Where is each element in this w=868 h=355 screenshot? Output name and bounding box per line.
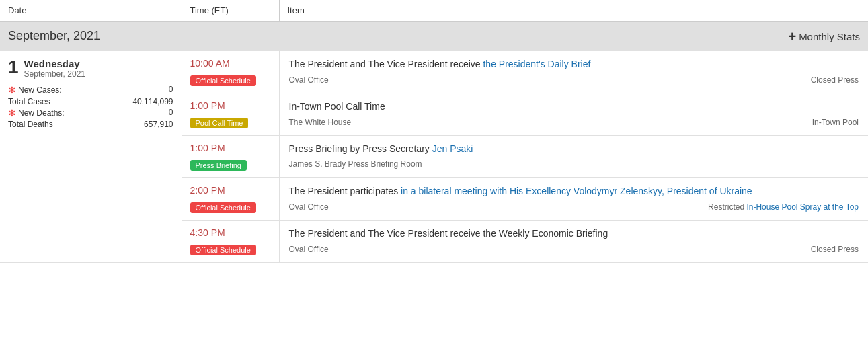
item-cell-1: The President and The Vice President rec… (279, 51, 868, 93)
item-footer-1: Oval Office Closed Press (289, 73, 859, 85)
date-weekday: Wednesday (24, 58, 85, 69)
item-access-2[interactable]: In-Town Pool (812, 118, 859, 127)
time-cell-5: 4:30 PM Official Schedule (182, 221, 279, 263)
stat-label-text: New Deaths: (18, 108, 65, 118)
header-date: Date (0, 0, 182, 22)
month-title: September, 2021 (8, 29, 100, 42)
calendar-table: Date Time (ET) Item September, 2021 + Mo… (0, 0, 868, 263)
item-access-4: Restricted In-House Pool Spray at the To… (708, 202, 859, 212)
pool-link-4[interactable]: In-House Pool Spray at the Top (746, 202, 859, 212)
highlight-4: in a bilateral meeting with His Excellen… (401, 186, 752, 196)
date-cell: 1 Wednesday September, 2021 ✻New Cases:0… (0, 51, 182, 263)
item-footer-2: The White House In-Town Pool (289, 115, 859, 127)
time-text-4: 2:00 PM (190, 185, 271, 196)
stat-row: ✻New Cases:0 (8, 84, 173, 96)
monthly-stats-label: Monthly Stats (799, 31, 860, 42)
event-row-1: 1 Wednesday September, 2021 ✻New Cases:0… (0, 51, 868, 93)
item-cell-5: The President and The Vice President rec… (279, 221, 868, 263)
item-location-1: Oval Office (289, 75, 329, 85)
stat-value: 0 (169, 108, 173, 118)
stat-value: 0 (169, 85, 173, 95)
item-access-1: Closed Press (811, 75, 859, 85)
badge-official-5: Official Schedule (190, 245, 256, 255)
stat-label-text: New Cases: (18, 85, 62, 95)
stat-asterisk-icon: ✻ (8, 108, 16, 118)
item-location-2: The White House (289, 118, 352, 127)
header-row: Date Time (ET) Item (0, 0, 868, 22)
time-cell-4: 2:00 PM Official Schedule (182, 178, 279, 221)
time-text-2: 1:00 PM (190, 100, 271, 111)
stat-row: ✻New Deaths:0 (8, 107, 173, 119)
item-location-5: Oval Office (289, 245, 329, 254)
time-text-3: 1:00 PM (190, 143, 271, 153)
time-cell-3: 1:00 PM Press Briefing (182, 136, 279, 178)
stat-row: Total Deaths657,910 (8, 119, 173, 130)
stat-label-text: Total Cases (8, 97, 50, 106)
stat-label-text: Total Deaths (8, 120, 53, 129)
item-footer-3: James S. Brady Press Briefing Room (289, 157, 859, 169)
stats-section: ✻New Cases:0Total Cases40,114,099✻New De… (8, 84, 173, 130)
item-title-2: In-Town Pool Call Time (289, 100, 859, 114)
time-cell-2: 1:00 PM Pool Call Time (182, 93, 279, 136)
badge-official-1: Official Schedule (190, 75, 256, 86)
header-time: Time (ET) (182, 0, 279, 22)
time-text-1: 10:00 AM (190, 58, 271, 69)
badge-official-4: Official Schedule (190, 202, 256, 213)
stat-asterisk-icon: ✻ (8, 85, 16, 95)
stat-label: Total Cases (8, 97, 50, 106)
item-footer-5: Oval Office Closed Press (289, 242, 859, 254)
time-text-5: 4:30 PM (190, 227, 271, 238)
time-cell-1: 10:00 AM Official Schedule (182, 51, 279, 93)
item-cell-4: The President participates in a bilatera… (279, 178, 868, 221)
item-location-4: Oval Office (289, 202, 329, 212)
badge-press-briefing: Press Briefing (190, 160, 247, 171)
stat-label: ✻New Deaths: (8, 108, 65, 118)
date-info: Wednesday September, 2021 (24, 58, 85, 79)
date-month-year: September, 2021 (24, 69, 85, 79)
item-cell-3: Press Briefing by Press Secretary Jen Ps… (279, 136, 868, 178)
date-number: 1 (8, 58, 19, 77)
badge-pool-call: Pool Call Time (190, 118, 249, 128)
item-title-5: The President and The Vice President rec… (289, 227, 859, 241)
item-cell-2: In-Town Pool Call Time The White House I… (279, 93, 868, 136)
plus-icon: + (788, 29, 796, 44)
item-title-4: The President participates in a bilatera… (289, 185, 859, 198)
stat-value: 657,910 (144, 120, 173, 129)
item-footer-4: Oval Office Restricted In-House Pool Spr… (289, 200, 859, 212)
stat-value: 40,114,099 (132, 97, 173, 106)
monthly-stats-button[interactable]: + Monthly Stats (788, 29, 860, 44)
item-location-3: James S. Brady Press Briefing Room (289, 159, 422, 169)
highlight-3: Jen Psaki (432, 143, 473, 154)
item-title-3: Press Briefing by Press Secretary Jen Ps… (289, 143, 859, 156)
stat-label: Total Deaths (8, 120, 53, 129)
item-access-5: Closed Press (811, 245, 859, 254)
header-item: Item (279, 0, 868, 22)
item-title-1: The President and The Vice President rec… (289, 58, 859, 71)
stat-row: Total Cases40,114,099 (8, 96, 173, 107)
stat-label: ✻New Cases: (8, 85, 62, 95)
highlight-1: the President's Daily Brief (483, 58, 590, 69)
month-cell: September, 2021 + Monthly Stats (0, 22, 868, 51)
month-row: September, 2021 + Monthly Stats (0, 22, 868, 51)
